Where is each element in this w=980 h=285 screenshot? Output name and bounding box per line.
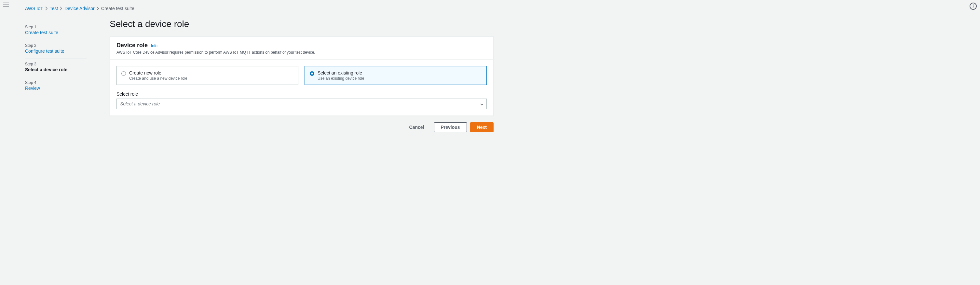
radio-select-existing-role[interactable]: Select an existing role Use an existing …	[305, 66, 487, 85]
info-link[interactable]: Info	[151, 44, 158, 48]
help-info-icon[interactable]: i	[970, 3, 977, 10]
step-current-select-role: Select a device role	[25, 67, 87, 72]
step-link-configure-suite[interactable]: Configure test suite	[25, 48, 64, 54]
radio-create-new-role[interactable]: Create new role Create and use a new dev…	[116, 66, 298, 85]
select-role-placeholder: Select a device role	[116, 99, 487, 109]
chevron-right-icon	[45, 6, 48, 10]
chevron-right-icon	[60, 6, 62, 10]
step-4: Step 4 Review	[25, 77, 87, 96]
breadcrumb-aws-iot[interactable]: AWS IoT	[25, 6, 43, 11]
step-link-create-suite[interactable]: Create test suite	[25, 30, 58, 35]
step-number: Step 4	[25, 80, 87, 85]
breadcrumb-test[interactable]: Test	[50, 6, 58, 11]
role-mode-radio-group: Create new role Create and use a new dev…	[116, 66, 487, 85]
main-wrap: AWS IoT Test Device Advisor Create test …	[12, 0, 968, 285]
step-number: Step 3	[25, 62, 87, 66]
panel-header: Device role Info AWS IoT Core Device Adv…	[110, 37, 493, 59]
step-1: Step 1 Create test suite	[25, 21, 87, 40]
previous-button[interactable]: Previous	[434, 122, 467, 132]
device-role-panel: Device role Info AWS IoT Core Device Adv…	[110, 37, 493, 116]
step-number: Step 1	[25, 25, 87, 29]
step-2: Step 2 Configure test suite	[25, 40, 87, 59]
cancel-button[interactable]: Cancel	[403, 123, 431, 132]
panel-description: AWS IoT Core Device Advisor requires per…	[116, 50, 487, 55]
content-row: Step 1 Create test suite Step 2 Configur…	[12, 11, 968, 132]
panel-title: Device role	[116, 42, 148, 48]
radio-icon	[121, 71, 126, 76]
radio-label: Create new role	[129, 70, 188, 75]
chevron-right-icon	[97, 6, 99, 10]
radio-sublabel: Create and use a new device role	[129, 76, 188, 81]
next-button[interactable]: Next	[470, 122, 493, 132]
step-link-review[interactable]: Review	[25, 86, 40, 91]
breadcrumb: AWS IoT Test Device Advisor Create test …	[12, 0, 968, 11]
wizard-footer-actions: Cancel Previous Next	[110, 122, 493, 132]
select-role-label: Select role	[116, 91, 487, 97]
page-title: Select a device role	[110, 19, 493, 29]
radio-label: Select an existing role	[318, 70, 364, 75]
panel-body: Create new role Create and use a new dev…	[110, 59, 493, 116]
breadcrumb-current: Create test suite	[101, 6, 134, 11]
select-role-dropdown[interactable]: Select a device role	[116, 99, 487, 109]
step-number: Step 2	[25, 43, 87, 48]
radio-sublabel: Use an existing device role	[318, 76, 364, 81]
wizard-steps-nav: Step 1 Create test suite Step 2 Configur…	[25, 18, 87, 132]
hamburger-icon[interactable]	[3, 3, 9, 7]
breadcrumb-device-advisor[interactable]: Device Advisor	[64, 6, 95, 11]
left-rail	[0, 0, 12, 285]
main-column: Select a device role Device role Info AW…	[110, 18, 493, 132]
radio-icon	[310, 71, 314, 76]
step-3: Step 3 Select a device role	[25, 59, 87, 77]
